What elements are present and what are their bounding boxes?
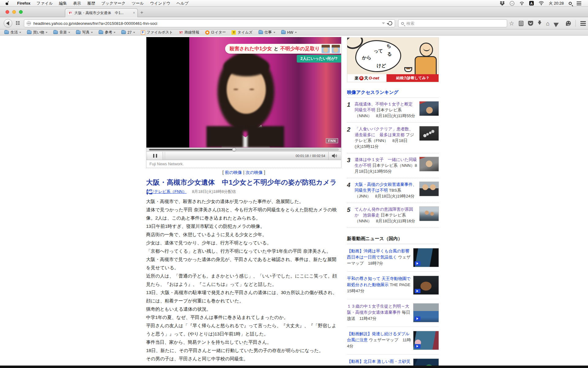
rakuten-onet-ad[interactable]: ち る って から けど 楽R天 O-net 結婚力診断してみ？ (347, 37, 439, 82)
bookmark-folder-reference[interactable]: 参考 (99, 30, 115, 35)
downloads-icon[interactable] (538, 22, 541, 27)
chevron-down-icon (295, 32, 297, 34)
play-icon (415, 261, 420, 266)
bookmark-folder-life[interactable]: 生活 (4, 30, 21, 35)
news-item: 平和の尊さ知って 天王寺動物園で殺処分された動物展示 THE PAGE 15時4… (347, 272, 439, 299)
chevron-down-icon (46, 32, 47, 34)
article-byline: フジテレビ系（FNN） 8月18日(火)18時8分配信 (146, 189, 236, 194)
tab-close-icon[interactable]: × (133, 11, 135, 15)
navigation-toolbar: ☆ ⌂ (0, 17, 588, 29)
menu-help[interactable]: ヘルプ (173, 0, 192, 7)
airport-express-icon[interactable] (519, 1, 524, 6)
close-window-button[interactable] (6, 10, 9, 14)
video-player: 殺害された中1少女と不明少年の足取り 2人にいったい何が? FNN 00:01:… (146, 37, 341, 168)
bookmark-reuters[interactable]: ロイター (205, 30, 226, 35)
news-thumbnail[interactable] (413, 331, 439, 350)
bookmark-folder-hw[interactable]: HW (281, 30, 297, 35)
feedback-smiley-icon[interactable] (566, 21, 571, 26)
bookmark-star-icon[interactable]: ☆ (509, 20, 514, 27)
ranking-link[interactable]: 「人食いバクテリア」患者数、過去最多に 最多は東京都 (355, 127, 413, 137)
video-caption: Fuji News Network. (146, 160, 341, 168)
overlay-photo-girl (322, 45, 330, 53)
menu-edit[interactable]: 編集 (56, 0, 70, 7)
chevron-down-icon (273, 32, 275, 34)
minimize-window-button[interactable] (12, 10, 16, 14)
article-body: 大阪・高槻市で、殺害された少女の遺体が見つかった事件が、急展開した。 遺体で見つ… (146, 197, 339, 367)
pocket-icon[interactable] (528, 21, 533, 26)
video-controls: 00:01:18 / 00:02:54 (146, 151, 341, 160)
reading-list-icon[interactable] (519, 21, 523, 26)
progress-thumb[interactable] (232, 148, 236, 151)
folder-icon (4, 31, 9, 34)
active-tab[interactable]: Y! 大阪・高槻市少女遺体 中1... × (65, 8, 138, 17)
back-button[interactable] (4, 19, 12, 28)
article-source-link[interactable]: フジテレビ系（FNN） (146, 189, 187, 194)
ranking-thumbnail[interactable] (419, 157, 439, 171)
rakuten-onet-logo: 楽R天 O-net (347, 74, 386, 82)
video-frame[interactable]: 殺害された中1少女と不明少年の足取り 2人にいったい何が? FNN (146, 37, 341, 148)
news-link[interactable]: １３歳の中１女子生徒と判明～大阪・高槻市少女遺体遺棄事件 (347, 304, 409, 315)
home-icon[interactable]: ⌂ (546, 21, 549, 26)
rank-number: 1 (347, 101, 355, 119)
bookmark-folder-27[interactable]: 27 (121, 30, 135, 35)
search-input[interactable] (406, 21, 504, 26)
ranking-thumbnail[interactable] (419, 101, 439, 116)
menu-firefox[interactable]: Firefox (14, 0, 33, 7)
menubar-clock[interactable]: 火 20:28 (549, 1, 564, 6)
ad-cta-button[interactable]: 結婚力診断してみ？ (386, 74, 439, 82)
bookmark-folder-work[interactable]: 仕事 (258, 30, 275, 35)
ranking-item: 4 大阪・高槻の少女殺害遺棄事件、同級生男子は不明 TBS系（JNN） 8月18… (347, 178, 439, 203)
folder-icon (53, 31, 58, 34)
current-time: 00:01:18 (296, 154, 309, 158)
news-thumbnail[interactable] (413, 303, 439, 322)
share-icon[interactable] (553, 20, 562, 27)
dropbox-icon[interactable] (500, 1, 505, 6)
input-source-icon[interactable]: A (529, 1, 534, 6)
url-bar[interactable] (24, 19, 395, 27)
wifi-icon[interactable] (539, 1, 544, 5)
pause-button[interactable] (148, 152, 163, 160)
search-bar[interactable] (398, 19, 507, 27)
bookmark-filepost[interactable]: Fファイルポスト (141, 30, 173, 35)
news-thumbnail[interactable] (413, 276, 439, 295)
ranking-thumbnail[interactable] (419, 126, 439, 141)
menu-tools[interactable]: ツール (129, 0, 147, 7)
menu-history[interactable]: 履歴 (84, 0, 98, 7)
ranking-link[interactable]: 大阪・高槻の少女殺害遺棄事件、同級生男子は不明 (355, 182, 417, 193)
url-dropdown-icon[interactable] (382, 22, 385, 26)
prev-video-link[interactable]: 前の映像 (225, 170, 242, 175)
menu-bookmarks[interactable]: ブックマーク (98, 0, 129, 7)
new-tab-button[interactable]: + (140, 10, 143, 16)
url-input[interactable] (33, 21, 380, 26)
menu-hamburger-icon[interactable] (580, 21, 586, 26)
bookmark-times[interactable]: Tタイムズ (232, 30, 252, 35)
ranking-thumbnail[interactable] (419, 182, 439, 196)
creative-cloud-icon[interactable]: ∞ (510, 1, 514, 6)
grid-icon[interactable] (16, 21, 20, 25)
spotlight-icon[interactable] (569, 2, 572, 5)
menu-file[interactable]: ファイル (33, 0, 56, 7)
apple-menu-icon[interactable] (6, 1, 10, 6)
menu-view[interactable]: 表示 (70, 0, 84, 7)
bookmark-folder-shopping[interactable]: 買い物 (27, 30, 47, 35)
next-video-link[interactable]: 次の映像 (246, 170, 263, 175)
menu-window[interactable]: ウインドウ (147, 0, 174, 7)
filepost-favicon: F (141, 30, 145, 35)
folder-icon (99, 31, 103, 34)
rank-number: 4 (347, 182, 355, 199)
volume-button[interactable] (328, 152, 341, 160)
folder-icon (258, 31, 263, 34)
notification-center-icon[interactable] (577, 2, 581, 5)
sidebar: ち る って から けど 楽R天 O-net 結婚力診断してみ？ 映像アク (347, 37, 439, 368)
bookmark-folder-photo[interactable]: 写真 (76, 30, 93, 35)
progress-track[interactable] (149, 149, 339, 151)
speaker-icon (332, 153, 338, 158)
play-icon (415, 316, 420, 321)
reload-icon[interactable] (388, 21, 392, 25)
ranking-thumbnail[interactable] (419, 206, 439, 221)
zoom-window-button[interactable] (19, 10, 23, 14)
bookmark-transit[interactable]: Y!路線情報 (179, 30, 199, 35)
news-thumbnail[interactable] (413, 248, 439, 267)
bookmark-folder-music[interactable]: 音楽 (53, 30, 70, 35)
chevron-down-icon (114, 32, 115, 34)
